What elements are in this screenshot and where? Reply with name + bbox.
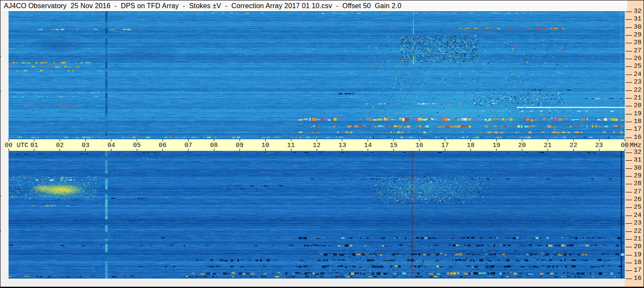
freq-tick xyxy=(626,168,632,169)
time-tick-top xyxy=(137,139,137,141)
hour-label: 14 xyxy=(364,142,372,149)
freq-tick-label: 22 xyxy=(634,87,641,94)
freq-tick xyxy=(626,200,632,200)
hour-label: 02 xyxy=(56,142,64,149)
hour-label: 21 xyxy=(544,142,551,149)
hour-label: 04 xyxy=(108,142,115,149)
freq-tick-label: 32 xyxy=(634,8,641,15)
freq-tick-label: 22 xyxy=(634,228,641,235)
hour-label: 18 xyxy=(467,142,474,149)
hour-label: 03 xyxy=(82,142,90,149)
freq-tick xyxy=(626,82,632,83)
freq-tick xyxy=(626,35,632,36)
time-tick-top xyxy=(368,139,368,141)
freq-tick-label: 18 xyxy=(634,259,641,266)
freq-tick-label: 16 xyxy=(634,275,641,282)
hour-label: 13 xyxy=(338,142,346,149)
freq-tick-label: 17 xyxy=(634,267,641,274)
freq-tick-label: 28 xyxy=(634,39,641,46)
hour-label: 08 xyxy=(210,142,218,149)
stokes-minus-v-spectrogram xyxy=(9,11,625,139)
freq-tick-label: 17 xyxy=(634,126,641,133)
freq-tick-label: 21 xyxy=(634,235,641,243)
hour-label: 16 xyxy=(416,142,423,149)
hour-label: 17 xyxy=(441,142,449,149)
freq-tick-label: 27 xyxy=(634,47,641,54)
hour-label: 09 xyxy=(236,142,243,149)
freq-tick xyxy=(626,12,632,12)
time-tick-top xyxy=(625,139,625,141)
time-tick-top xyxy=(599,139,599,141)
freq-tick xyxy=(626,231,632,232)
freq-tick xyxy=(626,43,632,43)
freq-tick xyxy=(626,106,632,106)
stokes-plus-v-spectrogram xyxy=(9,151,625,279)
hour-label: 07 xyxy=(184,142,192,149)
freq-tick xyxy=(626,138,632,138)
spectrograph-viewer-window: AJ4CO Observatory 25 Nov 2016 - DPS on T… xyxy=(0,0,644,288)
time-tick-top xyxy=(214,139,214,141)
hour-label: 01 xyxy=(30,142,38,149)
freq-tick xyxy=(626,114,632,114)
hour-label: 10 xyxy=(261,142,269,149)
time-tick-top xyxy=(342,139,342,141)
time-tick-top xyxy=(496,139,497,141)
freq-tick-label: 23 xyxy=(634,78,641,86)
hour-label: 23 xyxy=(595,142,603,149)
time-tick-top xyxy=(34,139,34,141)
hour-label: 19 xyxy=(492,142,500,149)
freq-tick xyxy=(626,239,632,240)
time-axis: UTC MHz 00010203040506070809101112131415… xyxy=(0,139,644,151)
freq-tick xyxy=(626,192,632,192)
freq-tick-label: 20 xyxy=(634,102,641,109)
freq-tick xyxy=(626,122,632,122)
time-tick-top xyxy=(111,139,111,141)
time-tick-top xyxy=(188,139,189,141)
hour-label: 11 xyxy=(287,142,295,149)
freq-tick xyxy=(626,263,632,263)
freq-tick-label: 18 xyxy=(634,118,641,125)
hour-label: 20 xyxy=(518,142,526,149)
title-bar: AJ4CO Observatory 25 Nov 2016 - DPS on T… xyxy=(0,0,627,11)
time-tick-top xyxy=(548,139,548,141)
freq-tick-label: 24 xyxy=(634,71,641,78)
freq-tick-label: 24 xyxy=(634,212,641,219)
freq-tick xyxy=(626,207,632,208)
freq-tick-label: 25 xyxy=(634,63,641,70)
freq-tick xyxy=(626,153,632,153)
freq-tick-label: 19 xyxy=(634,251,641,258)
freq-tick-label: 29 xyxy=(634,172,641,180)
hour-label: 05 xyxy=(133,142,141,149)
freq-tick xyxy=(626,223,632,224)
mhz-unit-label: MHz xyxy=(630,142,641,149)
time-tick-top xyxy=(291,139,291,141)
freq-tick xyxy=(626,247,632,247)
freq-tick xyxy=(626,216,632,216)
freq-tick xyxy=(626,176,632,177)
hour-label: 15 xyxy=(390,142,398,149)
time-tick-top xyxy=(470,139,471,141)
freq-tick xyxy=(626,184,632,184)
freq-tick xyxy=(626,279,632,279)
freq-tick-label: 30 xyxy=(634,165,641,172)
time-tick-top xyxy=(60,139,60,141)
freq-tick xyxy=(626,19,632,20)
freq-tick xyxy=(626,255,632,255)
hour-label: 00 xyxy=(621,142,629,149)
freq-tick xyxy=(626,129,632,130)
freq-tick-label: 19 xyxy=(634,110,641,117)
time-tick-top xyxy=(265,139,266,141)
hour-label: 22 xyxy=(569,142,577,149)
freq-tick-label: 26 xyxy=(634,196,641,203)
time-tick-top xyxy=(9,139,9,141)
time-tick-top xyxy=(393,139,394,141)
freq-tick xyxy=(626,27,632,28)
freq-tick xyxy=(626,98,632,99)
freq-tick-label: 21 xyxy=(634,94,641,102)
freq-tick-label: 29 xyxy=(634,31,641,39)
freq-tick xyxy=(626,59,632,59)
freq-tick xyxy=(626,160,632,161)
time-tick-top xyxy=(317,139,317,141)
time-tick-top xyxy=(445,139,445,141)
time-tick-top xyxy=(573,139,574,141)
